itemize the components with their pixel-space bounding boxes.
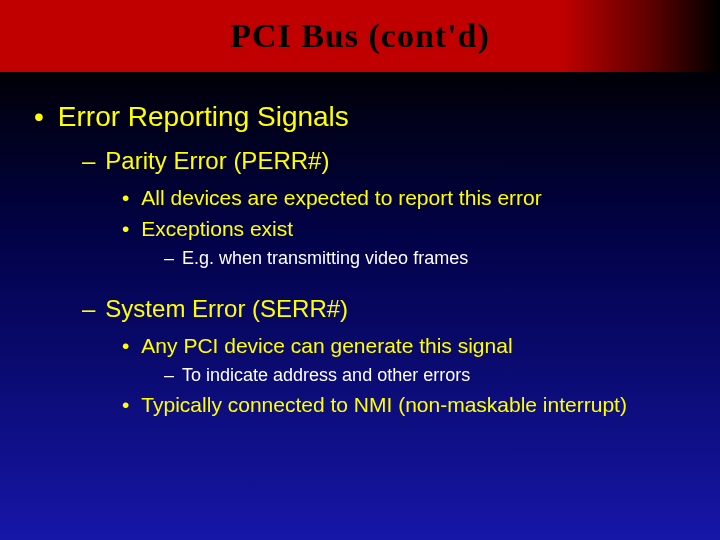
dash-marker: – [164, 246, 174, 270]
bullet-text: System Error (SERR#) [105, 294, 348, 324]
slide-title: PCI Bus (cont'd) [230, 17, 490, 55]
bullet-text: All devices are expected to report this … [141, 184, 541, 211]
spacer [30, 274, 690, 288]
bullet-lvl2: – Parity Error (PERR#) [82, 146, 690, 176]
bullet-text: Typically connected to NMI (non-maskable… [141, 391, 627, 418]
bullet-marker: • [122, 184, 129, 211]
bullet-lvl3: • All devices are expected to report thi… [122, 184, 690, 211]
bullet-text: Error Reporting Signals [58, 100, 349, 134]
dash-marker: – [82, 294, 95, 324]
title-bar: PCI Bus (cont'd) [0, 0, 720, 72]
bullet-text: Parity Error (PERR#) [105, 146, 329, 176]
bullet-lvl3: • Exceptions exist [122, 215, 690, 242]
bullet-lvl1: • Error Reporting Signals [30, 100, 690, 134]
bullet-marker: • [122, 332, 129, 359]
dash-marker: – [82, 146, 95, 176]
bullet-lvl4: – E.g. when transmitting video frames [164, 246, 690, 270]
bullet-text: E.g. when transmitting video frames [182, 246, 468, 270]
dash-marker: – [164, 363, 174, 387]
bullet-lvl4: – To indicate address and other errors [164, 363, 690, 387]
slide-content: • Error Reporting Signals – Parity Error… [0, 72, 720, 418]
bullet-lvl3: • Typically connected to NMI (non-maskab… [122, 391, 690, 418]
bullet-text: Any PCI device can generate this signal [141, 332, 512, 359]
bullet-text: To indicate address and other errors [182, 363, 470, 387]
bullet-marker: • [34, 100, 44, 134]
bullet-text: Exceptions exist [141, 215, 293, 242]
bullet-marker: • [122, 391, 129, 418]
bullet-lvl2: – System Error (SERR#) [82, 294, 690, 324]
bullet-lvl3: • Any PCI device can generate this signa… [122, 332, 690, 359]
slide: PCI Bus (cont'd) • Error Reporting Signa… [0, 0, 720, 540]
bullet-marker: • [122, 215, 129, 242]
